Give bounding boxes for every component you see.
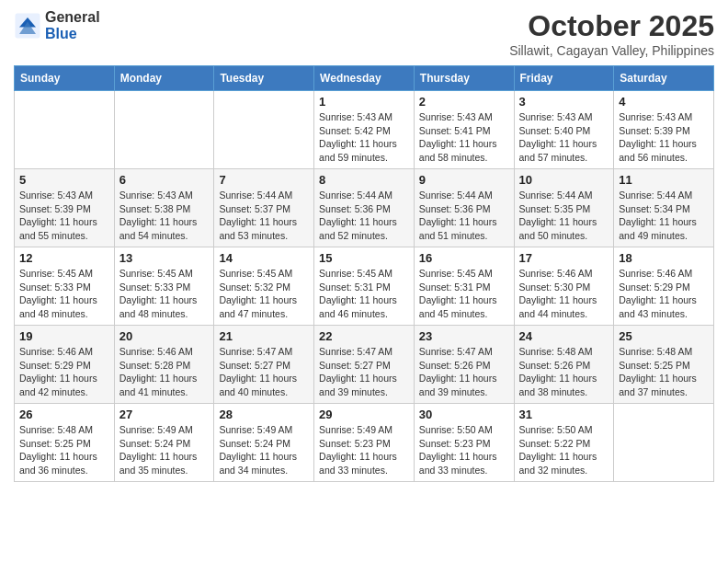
day-number: 17: [519, 251, 609, 265]
day-number: 25: [619, 329, 709, 343]
calendar-cell: 9Sunrise: 5:44 AM Sunset: 5:36 PM Daylig…: [414, 169, 514, 247]
day-number: 31: [519, 408, 609, 421]
calendar-week-row: 1Sunrise: 5:43 AM Sunset: 5:42 PM Daylig…: [15, 91, 714, 169]
calendar-header-row: SundayMondayTuesdayWednesdayThursdayFrid…: [15, 66, 714, 91]
day-number: 3: [519, 95, 609, 109]
calendar-cell: 27Sunrise: 5:49 AM Sunset: 5:24 PM Dayli…: [114, 404, 214, 482]
day-number: 4: [619, 95, 709, 109]
day-info: Sunrise: 5:45 AM Sunset: 5:33 PM Dayligh…: [119, 267, 210, 321]
logo: General Blue: [14, 9, 100, 41]
day-number: 15: [319, 251, 409, 265]
calendar-cell: 29Sunrise: 5:49 AM Sunset: 5:23 PM Dayli…: [314, 404, 415, 482]
day-info: Sunrise: 5:45 AM Sunset: 5:31 PM Dayligh…: [419, 267, 509, 321]
calendar-week-row: 26Sunrise: 5:48 AM Sunset: 5:25 PM Dayli…: [15, 404, 714, 482]
logo-icon: [14, 12, 41, 40]
calendar-table: SundayMondayTuesdayWednesdayThursdayFrid…: [14, 65, 714, 482]
day-number: 2: [419, 95, 509, 109]
day-info: Sunrise: 5:45 AM Sunset: 5:31 PM Dayligh…: [319, 267, 409, 321]
calendar-cell: 19Sunrise: 5:46 AM Sunset: 5:29 PM Dayli…: [15, 326, 115, 404]
calendar-cell: 25Sunrise: 5:48 AM Sunset: 5:25 PM Dayli…: [614, 326, 714, 404]
day-info: Sunrise: 5:47 AM Sunset: 5:27 PM Dayligh…: [219, 345, 309, 399]
day-info: Sunrise: 5:43 AM Sunset: 5:40 PM Dayligh…: [519, 110, 609, 165]
calendar-cell: 20Sunrise: 5:46 AM Sunset: 5:28 PM Dayli…: [114, 326, 214, 404]
day-info: Sunrise: 5:43 AM Sunset: 5:41 PM Dayligh…: [419, 110, 509, 165]
calendar-cell: 8Sunrise: 5:44 AM Sunset: 5:36 PM Daylig…: [314, 169, 415, 247]
day-info: Sunrise: 5:48 AM Sunset: 5:25 PM Dayligh…: [19, 423, 109, 477]
page-header: General Blue October 2025 Sillawit, Caga…: [14, 9, 714, 58]
calendar-cell: 11Sunrise: 5:44 AM Sunset: 5:34 PM Dayli…: [614, 169, 714, 247]
day-info: Sunrise: 5:46 AM Sunset: 5:30 PM Dayligh…: [519, 267, 609, 321]
day-info: Sunrise: 5:49 AM Sunset: 5:24 PM Dayligh…: [219, 423, 309, 477]
day-number: 8: [319, 173, 409, 187]
calendar-cell: [614, 404, 714, 482]
day-number: 13: [119, 251, 210, 265]
calendar-week-row: 5Sunrise: 5:43 AM Sunset: 5:39 PM Daylig…: [15, 169, 714, 247]
day-info: Sunrise: 5:43 AM Sunset: 5:39 PM Dayligh…: [619, 110, 709, 165]
day-info: Sunrise: 5:49 AM Sunset: 5:24 PM Dayligh…: [119, 423, 210, 477]
day-info: Sunrise: 5:44 AM Sunset: 5:34 PM Dayligh…: [619, 189, 709, 243]
logo-text: General Blue: [45, 9, 100, 41]
month-title: October 2025: [509, 9, 714, 43]
day-number: 10: [519, 173, 609, 187]
day-number: 16: [419, 251, 509, 265]
day-info: Sunrise: 5:43 AM Sunset: 5:42 PM Dayligh…: [319, 110, 409, 165]
day-of-week-header: Sunday: [15, 66, 115, 91]
location-subtitle: Sillawit, Cagayan Valley, Philippines: [509, 43, 714, 58]
day-info: Sunrise: 5:44 AM Sunset: 5:36 PM Dayligh…: [319, 189, 409, 243]
day-of-week-header: Wednesday: [314, 66, 415, 91]
day-of-week-header: Friday: [514, 66, 614, 91]
day-info: Sunrise: 5:43 AM Sunset: 5:38 PM Dayligh…: [119, 189, 210, 243]
day-info: Sunrise: 5:46 AM Sunset: 5:29 PM Dayligh…: [19, 345, 109, 399]
day-number: 1: [319, 95, 409, 109]
calendar-cell: [214, 91, 314, 169]
calendar-cell: 5Sunrise: 5:43 AM Sunset: 5:39 PM Daylig…: [15, 169, 115, 247]
day-number: 9: [419, 173, 509, 187]
day-info: Sunrise: 5:48 AM Sunset: 5:25 PM Dayligh…: [619, 345, 709, 399]
day-info: Sunrise: 5:45 AM Sunset: 5:32 PM Dayligh…: [219, 267, 309, 321]
calendar-cell: 3Sunrise: 5:43 AM Sunset: 5:40 PM Daylig…: [514, 91, 614, 169]
day-info: Sunrise: 5:48 AM Sunset: 5:26 PM Dayligh…: [519, 345, 609, 399]
day-number: 12: [19, 251, 109, 265]
calendar-week-row: 12Sunrise: 5:45 AM Sunset: 5:33 PM Dayli…: [15, 247, 714, 326]
calendar-cell: 1Sunrise: 5:43 AM Sunset: 5:42 PM Daylig…: [314, 91, 415, 169]
calendar-cell: 22Sunrise: 5:47 AM Sunset: 5:27 PM Dayli…: [314, 326, 415, 404]
calendar-cell: 15Sunrise: 5:45 AM Sunset: 5:31 PM Dayli…: [314, 247, 415, 326]
calendar-cell: 21Sunrise: 5:47 AM Sunset: 5:27 PM Dayli…: [214, 326, 314, 404]
day-info: Sunrise: 5:50 AM Sunset: 5:23 PM Dayligh…: [419, 423, 509, 477]
day-number: 22: [319, 329, 409, 343]
day-info: Sunrise: 5:44 AM Sunset: 5:36 PM Dayligh…: [419, 189, 509, 243]
day-number: 30: [419, 408, 509, 421]
day-number: 21: [219, 329, 309, 343]
day-info: Sunrise: 5:49 AM Sunset: 5:23 PM Dayligh…: [319, 423, 409, 477]
day-number: 27: [119, 408, 210, 421]
logo-blue: Blue: [45, 26, 100, 42]
day-of-week-header: Monday: [114, 66, 214, 91]
calendar-cell: 14Sunrise: 5:45 AM Sunset: 5:32 PM Dayli…: [214, 247, 314, 326]
day-info: Sunrise: 5:47 AM Sunset: 5:27 PM Dayligh…: [319, 345, 409, 399]
day-info: Sunrise: 5:44 AM Sunset: 5:35 PM Dayligh…: [519, 189, 609, 243]
calendar-cell: 24Sunrise: 5:48 AM Sunset: 5:26 PM Dayli…: [514, 326, 614, 404]
calendar-cell: 12Sunrise: 5:45 AM Sunset: 5:33 PM Dayli…: [15, 247, 115, 326]
day-number: 24: [519, 329, 609, 343]
day-number: 18: [619, 251, 709, 265]
calendar-cell: 26Sunrise: 5:48 AM Sunset: 5:25 PM Dayli…: [15, 404, 115, 482]
calendar-cell: 23Sunrise: 5:47 AM Sunset: 5:26 PM Dayli…: [414, 326, 514, 404]
day-number: 26: [19, 408, 109, 421]
day-of-week-header: Saturday: [614, 66, 714, 91]
calendar-cell: [114, 91, 214, 169]
day-number: 6: [119, 173, 210, 187]
calendar-cell: 16Sunrise: 5:45 AM Sunset: 5:31 PM Dayli…: [414, 247, 514, 326]
calendar-cell: 31Sunrise: 5:50 AM Sunset: 5:22 PM Dayli…: [514, 404, 614, 482]
day-number: 19: [19, 329, 109, 343]
day-number: 28: [219, 408, 309, 421]
day-info: Sunrise: 5:43 AM Sunset: 5:39 PM Dayligh…: [19, 189, 109, 243]
day-number: 23: [419, 329, 509, 343]
logo-general: General: [45, 9, 100, 26]
day-info: Sunrise: 5:47 AM Sunset: 5:26 PM Dayligh…: [419, 345, 509, 399]
calendar-cell: 7Sunrise: 5:44 AM Sunset: 5:37 PM Daylig…: [214, 169, 314, 247]
title-section: October 2025 Sillawit, Cagayan Valley, P…: [509, 9, 714, 58]
day-number: 11: [619, 173, 709, 187]
day-number: 5: [19, 173, 109, 187]
calendar-cell: [15, 91, 115, 169]
calendar-cell: 4Sunrise: 5:43 AM Sunset: 5:39 PM Daylig…: [614, 91, 714, 169]
